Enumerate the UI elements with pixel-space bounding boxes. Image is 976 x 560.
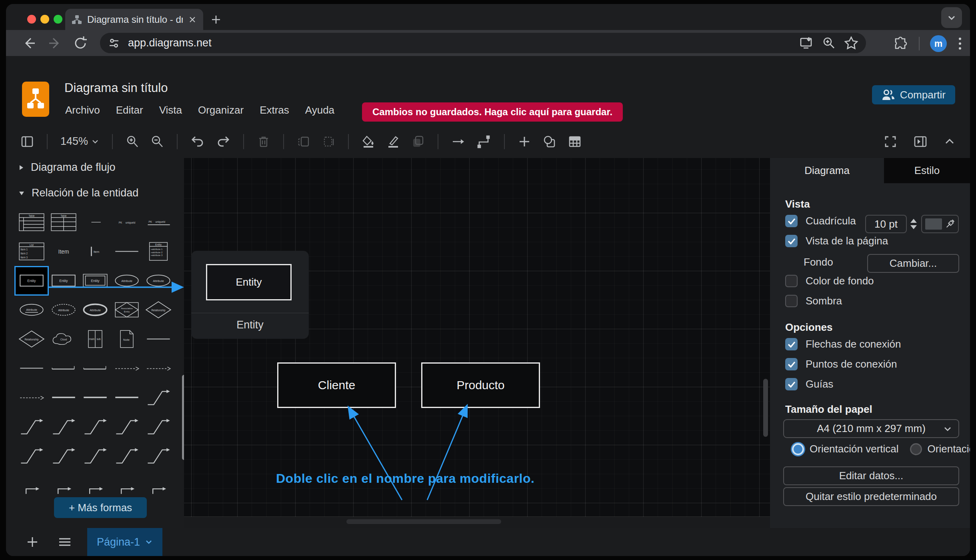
bookmark-star-icon[interactable] [844, 36, 859, 51]
pages-list-button[interactable] [57, 535, 72, 549]
shadow-checkbox[interactable] [785, 295, 798, 307]
shape-dasharrow[interactable] [17, 386, 46, 409]
shape-ellipseb-attribute[interactable]: Attribute [81, 298, 110, 322]
delete-icon[interactable] [257, 135, 270, 148]
shape-step[interactable] [112, 444, 141, 468]
stepper-up-icon[interactable] [910, 219, 917, 223]
page-view-checkbox[interactable] [785, 235, 798, 247]
shape-split-main-sub[interactable]: mainsub [81, 328, 110, 351]
install-app-icon[interactable] [799, 36, 814, 51]
shape-step[interactable] [49, 415, 78, 438]
minimize-window-button[interactable] [40, 15, 49, 24]
shape-table2-table[interactable]: Table [49, 211, 78, 234]
fullscreen-icon[interactable] [884, 135, 897, 148]
shape-diamond-relationship[interactable]: Relationship [144, 298, 173, 322]
shape-tinyline[interactable] [81, 211, 110, 234]
shape-hthick[interactable] [81, 386, 110, 409]
redo-icon[interactable] [216, 135, 230, 148]
shape-note-note[interactable]: Note [112, 328, 141, 351]
menu-vista[interactable]: Vista [159, 104, 182, 116]
shape-step[interactable] [81, 444, 110, 468]
shape-corner[interactable] [144, 474, 173, 497]
grid-checkbox[interactable] [785, 215, 798, 227]
connection-points-checkbox[interactable] [785, 358, 798, 370]
shape-corner[interactable] [17, 474, 46, 497]
section-relacion-de-la-entidad[interactable]: Relación de la entidad [18, 187, 138, 199]
connection-arrow-icon[interactable] [451, 135, 466, 148]
shape-step[interactable] [144, 444, 173, 468]
canvas-vertical-scrollbar[interactable] [763, 379, 768, 437]
browser-tab[interactable]: Diagrama sin título - draw.io [65, 9, 203, 30]
to-back-icon[interactable] [322, 135, 335, 148]
forward-icon[interactable] [47, 35, 63, 51]
shape-step[interactable] [112, 415, 141, 438]
unsaved-changes-banner[interactable]: Cambios no guardados. Haga clic aquí par… [362, 102, 623, 122]
shape-corner[interactable] [49, 474, 78, 497]
zoom-level-dropdown[interactable]: 145% [60, 135, 99, 148]
back-icon[interactable] [21, 35, 37, 51]
menu-archivo[interactable]: Archivo [65, 104, 100, 116]
menu-editar[interactable]: Editar [116, 104, 143, 116]
shape-tinykv-pk-uniqueid[interactable]: PKuniqueId [112, 211, 141, 234]
zoom-page-icon[interactable] [821, 36, 836, 51]
zoom-window-button[interactable] [54, 15, 62, 24]
shape-hthick[interactable] [49, 386, 78, 409]
stepper-down-icon[interactable] [910, 225, 917, 229]
url-text[interactable]: app.diagrams.net [128, 37, 792, 49]
shape-table-table[interactable]: Table [17, 211, 46, 234]
close-window-button[interactable] [27, 15, 36, 24]
format-panel-toggle-icon[interactable] [913, 135, 928, 148]
change-background-button[interactable]: Cambiar... [867, 254, 959, 273]
url-bar[interactable]: app.diagrams.net [100, 33, 866, 53]
waypoints-icon[interactable] [477, 135, 491, 148]
share-button[interactable]: Compartir [872, 85, 955, 104]
grid-size-stepper[interactable] [908, 215, 919, 233]
shape-step[interactable] [17, 444, 46, 468]
reload-icon[interactable] [72, 35, 88, 51]
more-shapes-button[interactable]: + Más formas [54, 497, 147, 518]
shape-diamond-relationship[interactable]: Relationship [17, 328, 46, 351]
canvas-horizontal-scrollbar[interactable] [346, 519, 501, 524]
browser-menu-kebab-icon[interactable] [957, 36, 963, 52]
shape-hthick[interactable] [112, 386, 141, 409]
section-diagrama-de-flujo[interactable]: Diagrama de flujo [18, 161, 116, 174]
line-color-icon[interactable] [386, 135, 400, 148]
zoom-in-icon[interactable] [126, 135, 139, 148]
shape-hlinebr[interactable] [49, 357, 78, 380]
extensions-icon[interactable] [893, 36, 908, 51]
shape-hlinebr[interactable] [81, 357, 110, 380]
shape-step[interactable] [17, 415, 46, 438]
tab-close-icon[interactable] [188, 15, 197, 24]
shape-corner[interactable] [112, 474, 141, 497]
menu-ayuda[interactable]: Ayuda [305, 104, 334, 116]
toggle-shapes-panel-icon[interactable] [20, 135, 34, 148]
document-title[interactable]: Diagrama sin título [64, 81, 168, 95]
shape-entitylist-entity[interactable]: Entity+attribute 1+attribute 2+attribute… [144, 240, 173, 263]
tab-search-chevron-button[interactable] [941, 7, 962, 28]
portrait-radio[interactable] [792, 443, 804, 455]
new-tab-button[interactable] [210, 14, 222, 26]
shape-corner[interactable] [81, 474, 110, 497]
connection-arrows-checkbox[interactable] [785, 338, 798, 350]
copy-icon[interactable] [411, 135, 425, 148]
edit-data-button[interactable]: Editar datos... [783, 466, 959, 485]
menu-extras[interactable]: Extras [260, 104, 289, 116]
shape-textitem-item[interactable]: Item [49, 240, 78, 263]
shape-step[interactable] [49, 444, 78, 468]
collapse-toolbar-icon[interactable] [944, 136, 956, 148]
shape-cloud-cloud[interactable]: Cloud [49, 328, 78, 351]
shape-baritem-item[interactable]: Item [81, 240, 110, 263]
shape-step[interactable] [144, 415, 173, 438]
shape-hline[interactable] [144, 328, 173, 351]
shape-step[interactable] [144, 386, 173, 409]
fill-color-icon[interactable] [362, 135, 375, 148]
tab-estilo[interactable]: Estilo [884, 158, 970, 183]
shape-tinykvu-pk-uniqueid[interactable]: PKuniqueId [144, 211, 173, 234]
shape-ellipsed-attribute[interactable]: Attribute [49, 298, 78, 322]
insert-table-icon[interactable] [568, 135, 582, 148]
diagram-canvas[interactable]: Entity Entity Cliente Producto Doble cli… [184, 158, 770, 528]
shape-assoc-assoc-entity[interactable]: AssociativeEntity [112, 298, 141, 322]
landscape-radio[interactable] [910, 443, 922, 455]
shape-list-list[interactable]: ListItem 1Item 2Item 3 [17, 240, 46, 263]
grid-color-button[interactable] [921, 215, 959, 233]
